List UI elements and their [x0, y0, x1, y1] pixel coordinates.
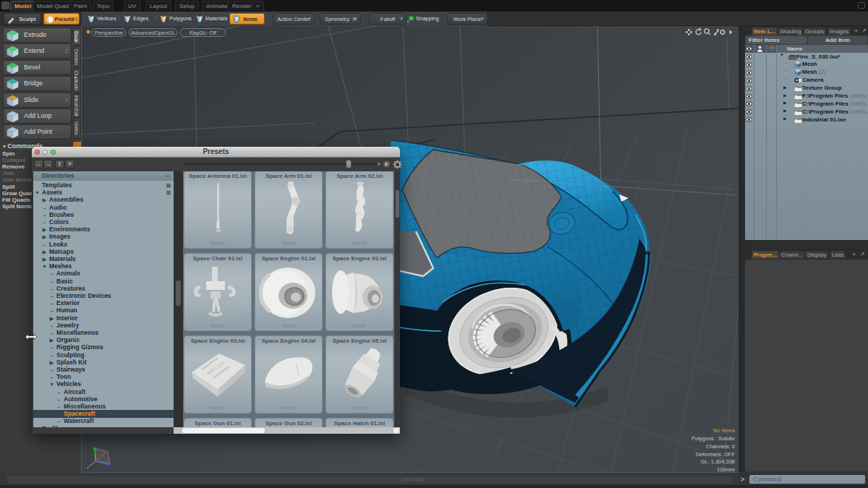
- svg-text:No Items: No Items: [713, 427, 735, 434]
- svg-text:Channels: 0: Channels: 0: [706, 443, 735, 450]
- svg-text:Deformers: OFF: Deformers: OFF: [696, 451, 736, 458]
- svg-text:Perspective: Perspective: [95, 30, 123, 36]
- svg-text:GL: 1,304,338: GL: 1,304,338: [700, 458, 735, 465]
- svg-text:RayGL: Off: RayGL: Off: [190, 30, 217, 36]
- svg-text:Polygons : Subdiv: Polygons : Subdiv: [692, 435, 735, 442]
- svg-text:AdvancedOpenGL: AdvancedOpenGL: [131, 30, 176, 36]
- svg-text:100mm: 100mm: [717, 466, 735, 473]
